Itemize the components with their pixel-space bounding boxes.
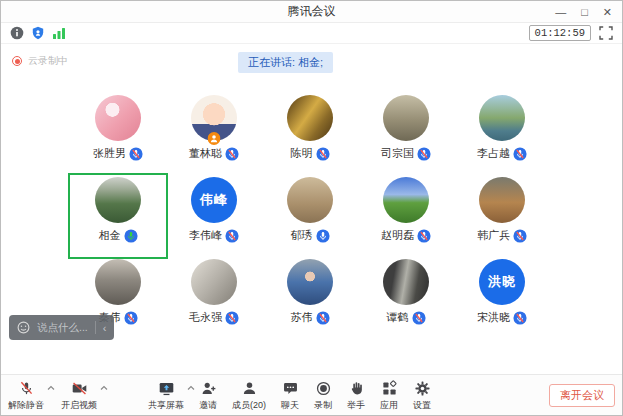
mic-muted-icon [129, 147, 143, 161]
participant-tile[interactable]: 相金 [70, 175, 166, 257]
toolbar-item-label: 聊天 [281, 399, 299, 412]
window-title: 腾讯会议 [1, 1, 622, 22]
participant-avatar [95, 177, 141, 223]
participant-tile[interactable]: 苏伟 [262, 257, 358, 339]
participant-name: 宋洪晓 [477, 310, 510, 325]
participant-tile[interactable]: 张胜男 [70, 93, 166, 175]
toolbar-item-label: 举手 [347, 399, 365, 412]
participant-tile[interactable]: 毛永强 [166, 257, 262, 339]
close-button[interactable]: ✕ [603, 7, 612, 18]
chat-divider [95, 321, 96, 334]
smiley-icon[interactable] [17, 321, 30, 334]
participant-name: 陈明 [291, 146, 313, 161]
info-icon[interactable] [10, 26, 24, 40]
participant-avatar [479, 95, 525, 141]
camera-off-icon [71, 380, 88, 397]
participant-name: 谭鹤 [387, 310, 409, 325]
toolbar-item-label: 成员(20) [232, 399, 266, 412]
participant-tile[interactable]: 郁琇 [262, 175, 358, 257]
toolbar-item-record[interactable]: 录制 [314, 380, 332, 412]
bottom-toolbar: 解除静音开启视频 共享屏幕邀请成员(20)聊天录制举手应用设置 离开会议 [1, 374, 622, 415]
participant-avatar [287, 95, 333, 141]
participant-grid: 张胜男董林聪陈明司宗国李占越相金伟峰李伟峰郁琇赵明磊韩广兵秦伟毛永强苏伟谭鹤洪晓… [70, 93, 550, 339]
participant-avatar [383, 177, 429, 223]
settings-icon [414, 380, 431, 397]
mic-muted-icon [225, 229, 239, 243]
participant-name: 郁琇 [291, 228, 313, 243]
meeting-timer: 01:12:59 [529, 25, 591, 41]
toolbar-item-label: 录制 [314, 399, 332, 412]
toolbar-item-settings[interactable]: 设置 [413, 380, 431, 412]
participant-avatar [383, 259, 429, 305]
members-icon [241, 380, 258, 397]
chat-collapse-button[interactable]: ‹ [103, 322, 107, 334]
signal-icon[interactable] [52, 26, 66, 40]
mic-muted-icon [417, 147, 431, 161]
mic-muted-icon [316, 311, 330, 325]
recording-dot-icon [12, 56, 22, 66]
participant-tile[interactable]: 洪晓宋洪晓 [454, 257, 550, 339]
participant-avatar [95, 95, 141, 141]
mic-muted-icon [513, 311, 527, 325]
participant-tile[interactable]: 韩广兵 [454, 175, 550, 257]
participant-name: 董林聪 [189, 146, 222, 161]
participant-avatar [479, 177, 525, 223]
mic-muted-icon [225, 311, 239, 325]
fullscreen-icon[interactable] [599, 26, 613, 40]
participant-name: 李占越 [477, 146, 510, 161]
toolbar-left-group: 解除静音开启视频 [8, 380, 97, 412]
toolbar-item-chat[interactable]: 聊天 [281, 380, 299, 412]
mic-muted-icon [316, 147, 330, 161]
participant-tile[interactable]: 董林聪 [166, 93, 262, 175]
chevron-up-icon[interactable] [100, 385, 108, 391]
mic-muted-icon [513, 229, 527, 243]
participant-avatar [287, 177, 333, 223]
toolbar-item-label: 邀请 [199, 399, 217, 412]
participant-name: 毛永强 [189, 310, 222, 325]
toolbar-item-label: 设置 [413, 399, 431, 412]
participant-tile[interactable]: 伟峰李伟峰 [166, 175, 262, 257]
chevron-up-icon[interactable] [47, 385, 55, 391]
chat-placeholder: 说点什么... [37, 321, 88, 335]
mic-on-icon [316, 229, 330, 243]
participant-avatar: 伟峰 [191, 177, 237, 223]
leave-meeting-button[interactable]: 离开会议 [549, 384, 615, 407]
mic-muted-icon [513, 147, 527, 161]
participant-avatar [191, 95, 237, 141]
title-bar: 腾讯会议 — □ ✕ [1, 1, 622, 23]
status-bar: 01:12:59 [1, 23, 622, 44]
toolbar-item-camera-off[interactable]: 开启视频 [61, 380, 97, 412]
toolbar-item-members[interactable]: 成员(20) [232, 380, 266, 412]
participant-name: 相金 [99, 228, 121, 243]
participant-name: 李伟峰 [189, 228, 222, 243]
mic-muted-icon [412, 311, 426, 325]
minimize-button[interactable]: — [555, 7, 566, 18]
participant-avatar [287, 259, 333, 305]
toolbar-item-invite[interactable]: 邀请 [199, 380, 217, 412]
toolbar-item-apps[interactable]: 应用 [380, 380, 398, 412]
mic-muted-icon [124, 311, 138, 325]
chevron-up-icon[interactable] [187, 385, 195, 391]
recording-label: 云录制中 [28, 54, 68, 68]
toolbar-item-label: 应用 [380, 399, 398, 412]
invite-icon [200, 380, 217, 397]
toolbar-item-mic-off[interactable]: 解除静音 [8, 380, 44, 412]
toolbar-item-raise-hand[interactable]: 举手 [347, 380, 365, 412]
participant-name: 赵明磊 [381, 228, 414, 243]
participant-tile[interactable]: 谭鹤 [358, 257, 454, 339]
record-icon [315, 380, 332, 397]
toolbar-item-share-screen[interactable]: 共享屏幕 [148, 380, 184, 412]
chat-icon [282, 380, 299, 397]
participant-tile[interactable]: 陈明 [262, 93, 358, 175]
mic-muted-icon [417, 229, 431, 243]
toolbar-item-label: 共享屏幕 [148, 399, 184, 412]
chat-quick-input[interactable]: 说点什么... ‹ [9, 315, 114, 340]
participant-name: 苏伟 [291, 310, 313, 325]
maximize-button[interactable]: □ [581, 7, 588, 18]
participant-tile[interactable]: 李占越 [454, 93, 550, 175]
participant-tile[interactable]: 赵明磊 [358, 175, 454, 257]
shield-icon[interactable] [31, 26, 45, 40]
participant-name: 张胜男 [93, 146, 126, 161]
participant-tile[interactable]: 司宗国 [358, 93, 454, 175]
statusbar-right: 01:12:59 [529, 25, 613, 41]
